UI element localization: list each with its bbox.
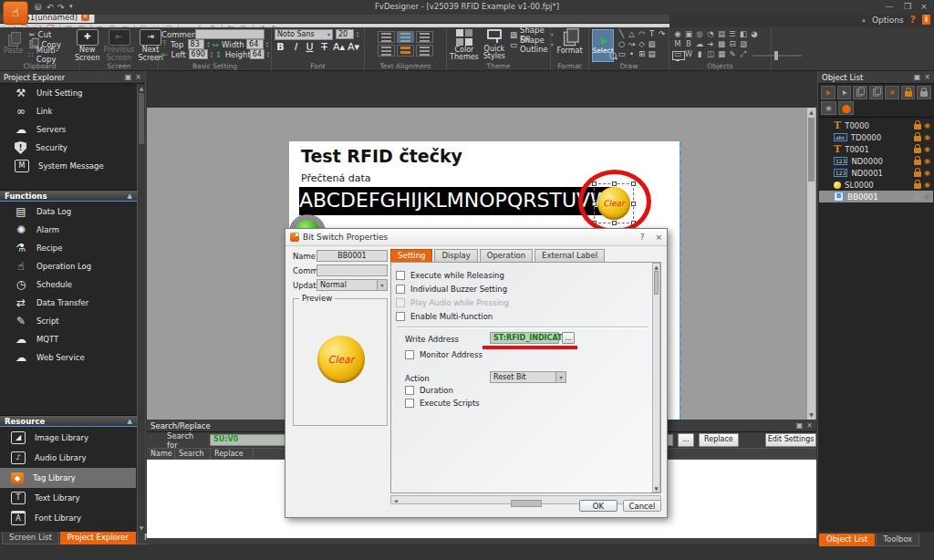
show-all-button[interactable]: ◉: [821, 101, 836, 115]
strikethrough-button[interactable]: T: [318, 41, 330, 53]
sidebar-item-audio-library[interactable]: ♪Audio Library: [0, 448, 136, 468]
lock-icon[interactable]: [914, 183, 921, 189]
paste-button[interactable]: Paste: [3, 35, 24, 55]
align-left-button[interactable]: [378, 31, 395, 43]
write-address-field[interactable]: ST:RFID_INDICATOR: [490, 332, 559, 344]
sidebar-item-web-service[interactable]: ☁Web Service: [0, 348, 136, 367]
scroll-left-icon[interactable]: ◄: [391, 497, 400, 503]
lock-icon[interactable]: [914, 171, 921, 177]
sidebar-item-unit-setting[interactable]: ⚒Unit Setting: [0, 84, 136, 102]
pie-icon[interactable]: ◕: [749, 29, 760, 39]
lock-icon[interactable]: [914, 148, 921, 153]
diamond-tool-icon[interactable]: ◇: [637, 39, 647, 49]
close-panel-icon[interactable]: ×: [135, 73, 141, 81]
text-tool-icon[interactable]: T: [647, 29, 657, 39]
sidebar-item-system-message[interactable]: MSystem Message: [0, 157, 136, 175]
sidebar-item-data-transfer[interactable]: ⇄Data Transfer: [0, 294, 136, 312]
left-spinner[interactable]: ▴▾: [211, 51, 213, 58]
resource-section-header[interactable]: Resource▲: [0, 415, 137, 427]
project-explorer-scrollbar[interactable]: ▲ ▼: [137, 84, 145, 532]
column-replace[interactable]: Replace: [211, 449, 254, 460]
switch-icon[interactable]: ◎: [694, 29, 705, 39]
font-size-field[interactable]: 20: [336, 29, 354, 39]
format-button[interactable]: Format: [554, 29, 586, 55]
functions-section-header[interactable]: Functions▲: [0, 190, 137, 202]
combo-icon[interactable]: ◫: [705, 49, 716, 59]
tab-object-list[interactable]: Object List: [819, 534, 875, 546]
tab-setting[interactable]: Setting: [390, 249, 432, 263]
sidebar-item-script[interactable]: ✎Script: [0, 312, 136, 330]
checkbox-individual-buzzer[interactable]: Individual Buzzer Setting: [396, 285, 507, 294]
color-themes-button[interactable]: Color Themes: [450, 29, 479, 61]
polygon-tool-icon[interactable]: △: [627, 29, 637, 39]
cancel-button[interactable]: Cancel: [623, 500, 661, 512]
edit-settings-button[interactable]: Edit Settings: [765, 433, 816, 447]
top-field[interactable]: 83: [188, 39, 205, 49]
ribbon-collapse-icon[interactable]: ▴: [862, 16, 866, 24]
hmi-subtitle-text[interactable]: Přečtená data: [301, 172, 371, 184]
name-field[interactable]: BB0001: [317, 250, 388, 262]
line-tool-icon[interactable]: ╲: [617, 29, 627, 39]
meter-icon[interactable]: ◔: [705, 29, 716, 39]
unlock-all-button[interactable]: [917, 86, 931, 99]
list-icon[interactable]: ☰: [727, 29, 738, 39]
sidebar-item-schedule[interactable]: ◷Schedule: [0, 275, 136, 294]
font-family-select[interactable]: Noto Sans▾: [275, 29, 333, 40]
sidebar-item-tag-library[interactable]: ◆Tag Library: [0, 468, 136, 488]
grid-icon[interactable]: ▦: [716, 49, 727, 59]
slider-icon[interactable]: ◧: [738, 29, 749, 39]
object-row-bb0001[interactable]: BBB0001◉: [819, 191, 933, 202]
bold-button[interactable]: B: [275, 41, 286, 53]
help-icon[interactable]: ?: [910, 14, 916, 26]
polyline-tool-icon[interactable]: ↝: [627, 39, 637, 49]
checkbox-execute-while-releasing[interactable]: Execute while Releasing: [396, 271, 504, 280]
table-tool-icon[interactable]: ⊞: [637, 49, 647, 59]
zoom-slider[interactable]: [752, 55, 802, 57]
lock-icon[interactable]: [914, 160, 921, 165]
tab-display[interactable]: Display: [434, 249, 477, 263]
height-spinner[interactable]: ▴▾: [267, 51, 269, 58]
checkbox-duration[interactable]: Duration: [405, 386, 453, 395]
lock-icon[interactable]: [914, 124, 921, 130]
tab-toolbox[interactable]: Toolbox: [876, 534, 919, 546]
height-field[interactable]: 64: [250, 49, 265, 59]
hide-all-button[interactable]: ⬤: [838, 101, 854, 115]
eye-icon[interactable]: ◉: [924, 181, 930, 189]
simulate-icon[interactable]: [672, 51, 685, 60]
delete-object-button[interactable]: ✕: [885, 86, 899, 99]
shrink-font-button[interactable]: A▾: [348, 41, 359, 53]
shape-outline-button[interactable]: ▭Shape Outline▾: [510, 39, 554, 49]
transfer-icon[interactable]: ⤢: [738, 49, 749, 59]
valign-top-button[interactable]: [378, 45, 395, 57]
replace-button[interactable]: Replace: [699, 433, 739, 447]
underline-button[interactable]: U: [304, 41, 316, 53]
ok-button[interactable]: OK: [579, 500, 617, 512]
eye-icon[interactable]: ◉: [924, 170, 930, 177]
align-center-button[interactable]: [397, 31, 414, 43]
previous-screen-button[interactable]: ⇤ PreviousScreen: [104, 29, 135, 62]
cloud-icon[interactable]: ☁: [694, 39, 705, 49]
object-row-t0000[interactable]: TT0000◉: [819, 119, 933, 131]
tab-external-label[interactable]: External Label: [534, 249, 605, 263]
new-screen-button[interactable]: ✚ NewScreen: [75, 29, 100, 62]
scale-tool-icon[interactable]: ▤: [647, 49, 657, 59]
tab-operation[interactable]: Operation: [480, 249, 533, 263]
italic-button[interactable]: I: [289, 41, 301, 53]
comment-field[interactable]: [195, 29, 265, 39]
pin-icon[interactable]: ▣: [125, 73, 132, 81]
quick-styles-button[interactable]: Quick Styles: [483, 29, 505, 60]
sidebar-item-image-library[interactable]: ◢Image Library: [0, 428, 136, 448]
close-panel-icon[interactable]: ×: [924, 73, 930, 81]
deselect-object-button[interactable]: ➤: [837, 86, 852, 99]
hmi-data-display[interactable]: ABCDEFGHIJKLMNOPQRSTUVWXYZABCDEF: [299, 187, 615, 215]
eye-icon[interactable]: ◉: [924, 122, 930, 130]
minimize-button[interactable]: —: [881, 2, 898, 11]
close-panel-icon[interactable]: ×: [806, 421, 813, 430]
bar-icon[interactable]: ▮: [694, 49, 705, 59]
redo-icon[interactable]: ↷: [57, 3, 65, 12]
valign-middle-button[interactable]: [397, 45, 414, 57]
object-row-sl0000[interactable]: SL0000◉: [819, 179, 933, 191]
comment-field[interactable]: [317, 264, 388, 276]
arrow-icon[interactable]: ➜: [705, 39, 716, 49]
sidebar-item-text-library[interactable]: TText Library: [0, 488, 136, 508]
